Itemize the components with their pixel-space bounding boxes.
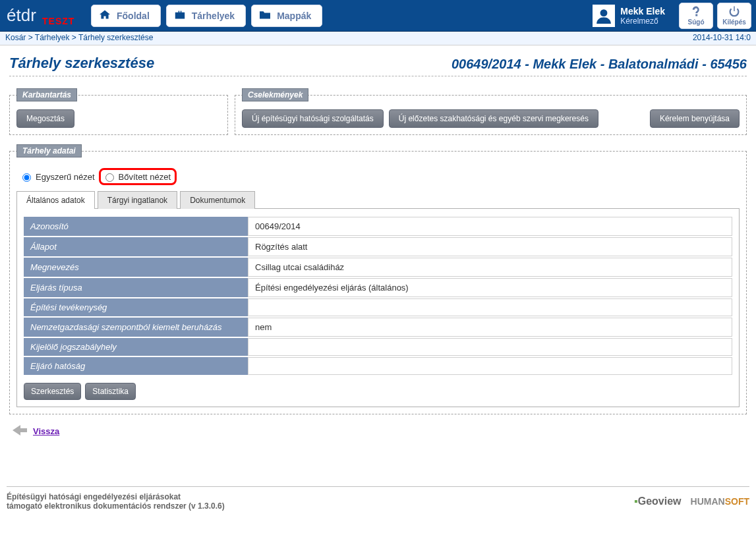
table-row: Azonosító00649/2014 (24, 217, 732, 236)
storage-data-legend: Tárhely adatai (16, 144, 82, 157)
nav-storages-button[interactable]: Tárhelyek (166, 5, 246, 27)
new-service-button[interactable]: Új építésügyi hatósági szolgáltatás (242, 109, 384, 128)
home-icon (98, 9, 111, 22)
field-label: Kijelölő jogszabályhely (24, 338, 248, 356)
back-link[interactable]: Vissza (33, 426, 59, 436)
footer-line1: Építésügyi hatósági engedélyezési eljárá… (7, 492, 225, 501)
field-value: Csillag utcai családiház (248, 258, 732, 277)
tab-documents[interactable]: Dokumentumok (180, 191, 255, 209)
tab-body-general: Azonosító00649/2014 ÁllapotRögzítés alat… (16, 209, 740, 407)
maintenance-legend: Karbantartás (16, 88, 77, 101)
table-row: Kijelölő jogszabályhely (24, 338, 732, 356)
view-extended-radio[interactable] (105, 173, 114, 182)
breadcrumb-sep: > (28, 33, 35, 42)
nav-home-label: Főoldal (117, 11, 150, 21)
table-row: Eljárás típusaÉpítési engedélyezési eljá… (24, 278, 732, 297)
back-row: Vissza (12, 424, 747, 439)
page-title: Tárhely szerkesztése (9, 55, 154, 72)
breadcrumb-item[interactable]: Tárhely szerkesztése (78, 33, 153, 42)
top-bar: étdr TESZT Főoldal Tárhelyek Mappák Mekk… (0, 0, 756, 32)
nav-storages-label: Tárhelyek (192, 11, 235, 21)
breadcrumb-item[interactable]: Tárhelyek (35, 33, 70, 42)
field-value: Rögzítés alatt (248, 237, 732, 256)
help-icon (690, 5, 702, 18)
share-button[interactable]: Megosztás (16, 109, 74, 128)
page-context: 00649/2014 - Mekk Elek - Balatonalmádi -… (451, 57, 747, 72)
footer-line2: támogató elektronikus dokumentációs rend… (7, 501, 225, 511)
table-row: Építési tevékenység (24, 298, 732, 316)
view-extended-label: Bővített nézet (119, 172, 171, 182)
new-authority-request-button[interactable]: Új előzetes szakhatósági és egyéb szervi… (389, 109, 598, 128)
field-value (248, 357, 732, 375)
logo: étdr TESZT (3, 0, 88, 32)
field-value (248, 298, 732, 316)
view-mode-group: Egyszerű nézet Bővített nézet (19, 168, 740, 185)
geoview-logo: ▪Geoview (634, 495, 681, 507)
humansoft-logo: HUMANSOFT (691, 496, 749, 507)
nav-home-button[interactable]: Főoldal (91, 5, 161, 27)
actions-panel: Cselekmények Új építésügyi hatósági szol… (235, 88, 747, 135)
field-value: Építési engedélyezési eljárás (általános… (248, 278, 732, 297)
breadcrumb-sep: > (72, 33, 78, 42)
view-simple-label: Egyszerű nézet (36, 172, 95, 182)
help-button[interactable]: Súgó (679, 3, 713, 29)
view-extended-option[interactable]: Bővített nézet (102, 171, 171, 182)
logout-label: Kilépés (722, 18, 746, 26)
briefcase-icon (173, 9, 187, 22)
power-icon (728, 5, 740, 18)
view-simple-radio[interactable] (22, 173, 31, 182)
field-value: 00649/2014 (248, 217, 732, 236)
user-role: Kérelmező (620, 16, 665, 26)
tabs: Általános adatok Tárgyi ingatlanok Dokum… (16, 190, 740, 209)
field-label: Eljárás típusa (24, 278, 248, 297)
avatar-icon (593, 5, 615, 27)
table-row: Nemzetgazdasági szempontból kiemelt beru… (24, 318, 732, 337)
footer: Építésügyi hatósági engedélyezési eljárá… (7, 486, 749, 511)
user-name: Mekk Elek (620, 6, 665, 16)
user-box[interactable]: Mekk Elek Kérelmező (590, 5, 677, 27)
nav-folders-label: Mappák (277, 11, 311, 21)
field-label: Azonosító (24, 217, 248, 236)
folder-icon (258, 9, 272, 22)
logout-button[interactable]: Kilépés (717, 3, 751, 29)
tab-realestate[interactable]: Tárgyi ingatlanok (98, 191, 177, 209)
title-row: Tárhely szerkesztése 00649/2014 - Mekk E… (9, 55, 747, 76)
back-arrow-icon (12, 424, 29, 439)
field-label: Megnevezés (24, 258, 248, 277)
field-label: Állapot (24, 237, 248, 256)
svg-point-0 (600, 9, 608, 16)
timestamp: 2014-10-31 14:0 (693, 33, 751, 42)
help-label: Súgó (688, 18, 705, 26)
field-value: nem (248, 318, 732, 337)
breadcrumb-row: Kosár > Tárhelyek > Tárhely szerkesztése… (0, 32, 756, 45)
submit-request-button[interactable]: Kérelem benyújtása (650, 109, 740, 128)
logo-teszt-badge: TESZT (42, 16, 74, 26)
properties-table: Azonosító00649/2014 ÁllapotRögzítés alat… (24, 215, 732, 376)
footer-text: Építésügyi hatósági engedélyezési eljárá… (7, 492, 225, 511)
edit-button[interactable]: Szerkesztés (24, 383, 81, 400)
field-label: Építési tevékenység (24, 298, 248, 316)
maintenance-panel: Karbantartás Megosztás (9, 88, 228, 135)
view-extended-highlight: Bővített nézet (99, 168, 177, 185)
breadcrumb: Kosár > Tárhelyek > Tárhely szerkesztése (5, 33, 153, 42)
field-value (248, 338, 732, 356)
actions-legend: Cselekmények (242, 88, 308, 101)
breadcrumb-item[interactable]: Kosár (5, 33, 26, 42)
nav-folders-button[interactable]: Mappák (251, 5, 322, 27)
stats-button[interactable]: Statisztika (85, 383, 136, 400)
field-label: Nemzetgazdasági szempontból kiemelt beru… (24, 318, 248, 337)
tab-general[interactable]: Általános adatok (16, 191, 95, 209)
table-row: MegnevezésCsillag utcai családiház (24, 258, 732, 277)
storage-data-panel: Tárhely adatai Egyszerű nézet Bővített n… (9, 144, 747, 414)
table-row: Eljáró hatóság (24, 357, 732, 375)
footer-logos: ▪Geoview HUMANSOFT (634, 495, 749, 507)
table-row: ÁllapotRögzítés alatt (24, 237, 732, 256)
view-simple-option[interactable]: Egyszerű nézet (19, 171, 95, 182)
field-label: Eljáró hatóság (24, 357, 248, 375)
logo-text: étdr (3, 5, 36, 26)
